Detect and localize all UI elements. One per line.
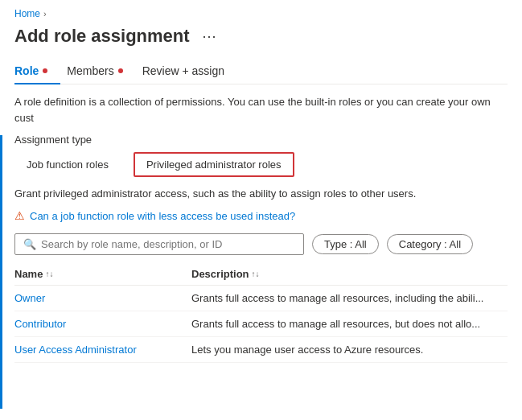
breadcrumb-home[interactable]: Home xyxy=(14,8,40,19)
page-title: Add role assignment xyxy=(14,26,190,47)
name-sort-icon[interactable]: ↑↓ xyxy=(45,270,53,278)
tab-members[interactable]: Members xyxy=(67,58,135,84)
table-row: User Access Administrator Lets you manag… xyxy=(14,337,508,363)
warning-link[interactable]: Can a job function role with less access… xyxy=(30,210,295,222)
role-table: Name ↑↓ Description ↑↓ Owner Grants full… xyxy=(14,263,508,363)
tabs: Role Members Review + assign xyxy=(14,58,508,84)
role-name-user-access[interactable]: User Access Administrator xyxy=(14,344,191,356)
description-text: A role definition is a collection of per… xyxy=(14,94,508,126)
tab-role[interactable]: Role xyxy=(14,58,60,84)
type-filter-button[interactable]: Type : All xyxy=(312,234,379,254)
search-input[interactable] xyxy=(41,238,295,250)
role-name-contributor[interactable]: Contributor xyxy=(14,318,191,330)
warning-row: ⚠ Can a job function role with less acce… xyxy=(14,209,508,222)
ellipsis-button[interactable]: ··· xyxy=(198,27,222,47)
job-function-roles-option[interactable]: Job function roles xyxy=(14,153,121,176)
table-header: Name ↑↓ Description ↑↓ xyxy=(14,263,508,286)
privileged-admin-roles-option[interactable]: Privileged administrator roles xyxy=(134,152,294,177)
tab-review[interactable]: Review + assign xyxy=(142,58,237,84)
assignment-type-label: Assignment type xyxy=(14,134,508,146)
warning-icon: ⚠ xyxy=(14,209,25,222)
breadcrumb: Home › xyxy=(0,0,522,23)
tab-role-dot xyxy=(43,68,47,73)
table-row: Contributor Grants full access to manage… xyxy=(14,311,508,337)
left-accent-bar xyxy=(0,135,2,409)
column-header-description: Description ↑↓ xyxy=(191,268,508,280)
breadcrumb-separator: › xyxy=(43,9,47,19)
search-icon: 🔍 xyxy=(23,238,36,250)
role-name-owner[interactable]: Owner xyxy=(14,292,191,304)
search-box[interactable]: 🔍 xyxy=(14,233,304,255)
role-type-row: Job function roles Privileged administra… xyxy=(14,152,508,177)
role-desc-owner: Grants full access to manage all resourc… xyxy=(191,292,508,304)
tab-members-dot xyxy=(118,68,123,73)
column-header-name: Name ↑↓ xyxy=(14,268,191,280)
role-desc-contributor: Grants full access to manage all resourc… xyxy=(191,318,508,330)
description-sort-icon[interactable]: ↑↓ xyxy=(252,270,260,278)
category-filter-button[interactable]: Category : All xyxy=(387,234,473,254)
table-row: Owner Grants full access to manage all r… xyxy=(14,286,508,311)
grant-text: Grant privileged administrator access, s… xyxy=(14,187,508,201)
content-area: Role Members Review + assign A role defi… xyxy=(0,58,522,363)
page-header: Add role assignment ··· xyxy=(0,23,522,58)
role-desc-user-access: Lets you manage user access to Azure res… xyxy=(191,344,508,356)
search-filter-row: 🔍 Type : All Category : All xyxy=(14,233,508,255)
